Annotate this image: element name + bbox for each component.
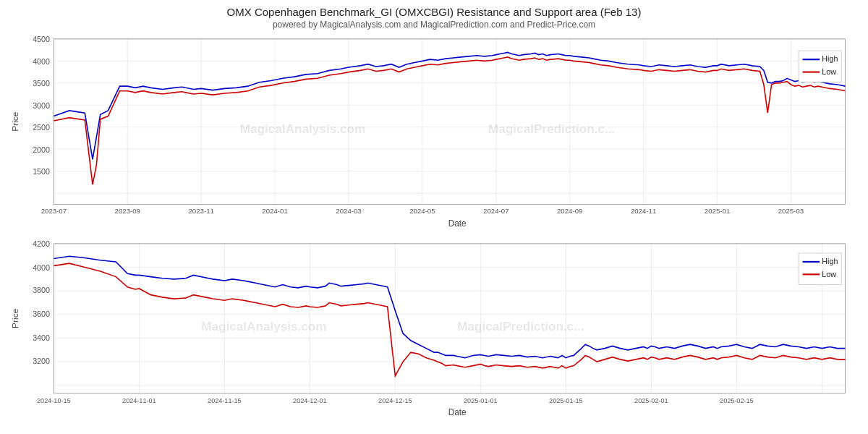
svg-text:2024-12-01: 2024-12-01	[293, 397, 327, 404]
svg-text:3000: 3000	[33, 101, 50, 110]
chart1-area: 4500 4000 3500 3000 2500 2000 1500 2023-…	[7, 31, 861, 236]
svg-text:1500: 1500	[33, 167, 50, 176]
svg-text:3200: 3200	[33, 357, 50, 365]
svg-text:2024-09: 2024-09	[557, 207, 582, 215]
svg-text:2023-09: 2023-09	[115, 207, 140, 215]
svg-text:2024-11-15: 2024-11-15	[208, 397, 242, 404]
chart2-area: 4200 4000 3800 3600 3400 3200 2024-10-15…	[7, 236, 861, 434]
svg-text:4000: 4000	[33, 263, 50, 272]
svg-text:2025-01-15: 2025-01-15	[549, 397, 583, 404]
chart1-wrapper: 4500 4000 3500 3000 2500 2000 1500 2023-…	[7, 31, 861, 236]
svg-text:Low: Low	[822, 67, 836, 76]
svg-text:Price: Price	[10, 111, 20, 132]
svg-rect-49	[7, 236, 861, 434]
svg-text:2024-11: 2024-11	[631, 207, 656, 215]
svg-text:Date: Date	[448, 218, 467, 229]
svg-text:2024-10-15: 2024-10-15	[37, 397, 71, 404]
svg-text:3800: 3800	[33, 286, 50, 294]
svg-text:2024-12-15: 2024-12-15	[378, 397, 412, 404]
svg-text:2025-02-15: 2025-02-15	[720, 397, 754, 404]
svg-text:Date: Date	[448, 407, 467, 417]
header: OMX Copenhagen Benchmark_GI (OMXCBGI) Re…	[0, 0, 868, 31]
chart2-svg: 4200 4000 3800 3600 3400 3200 2024-10-15…	[7, 236, 861, 434]
svg-text:2023-11: 2023-11	[188, 207, 213, 215]
svg-text:MagicalPrediction.c...: MagicalPrediction.c...	[457, 318, 584, 333]
svg-text:2025-01: 2025-01	[705, 207, 730, 215]
svg-text:2023-07: 2023-07	[41, 207, 67, 215]
page-container: OMX Copenhagen Benchmark_GI (OMXCBGI) Re…	[0, 0, 868, 434]
svg-text:MagicalPrediction.c...: MagicalPrediction.c...	[488, 122, 615, 136]
svg-text:MagicalAnalysis.com: MagicalAnalysis.com	[201, 318, 326, 333]
svg-text:2024-05: 2024-05	[409, 207, 435, 215]
svg-text:2024-07: 2024-07	[483, 207, 509, 215]
svg-text:Price: Price	[10, 308, 20, 328]
svg-text:High: High	[822, 54, 838, 63]
svg-rect-0	[7, 31, 861, 236]
svg-text:2500: 2500	[33, 123, 50, 132]
svg-text:High: High	[822, 257, 838, 265]
svg-text:4000: 4000	[33, 57, 50, 66]
svg-text:2024-11-01: 2024-11-01	[122, 397, 156, 404]
page-subtitle: powered by MagicalAnalysis.com and Magic…	[0, 20, 868, 30]
svg-text:4500: 4500	[33, 35, 50, 43]
svg-text:4200: 4200	[33, 239, 50, 248]
svg-text:MagicalAnalysis.com: MagicalAnalysis.com	[240, 122, 365, 136]
svg-text:3500: 3500	[33, 79, 50, 88]
svg-text:Low: Low	[822, 269, 836, 278]
charts-container: 4500 4000 3500 3000 2500 2000 1500 2023-…	[0, 31, 868, 434]
svg-text:2025-03: 2025-03	[778, 207, 804, 215]
svg-text:3600: 3600	[33, 310, 50, 318]
svg-text:2000: 2000	[33, 145, 50, 153]
chart1-svg: 4500 4000 3500 3000 2500 2000 1500 2023-…	[7, 31, 861, 236]
svg-text:2025-02-01: 2025-02-01	[634, 397, 668, 404]
chart2-wrapper: 4200 4000 3800 3600 3400 3200 2024-10-15…	[7, 236, 861, 434]
svg-text:2024-03: 2024-03	[336, 207, 361, 215]
svg-text:2025-01-01: 2025-01-01	[464, 397, 498, 404]
svg-text:3400: 3400	[33, 333, 50, 342]
svg-text:2024-01: 2024-01	[262, 207, 287, 215]
page-title: OMX Copenhagen Benchmark_GI (OMXCBGI) Re…	[0, 6, 868, 18]
